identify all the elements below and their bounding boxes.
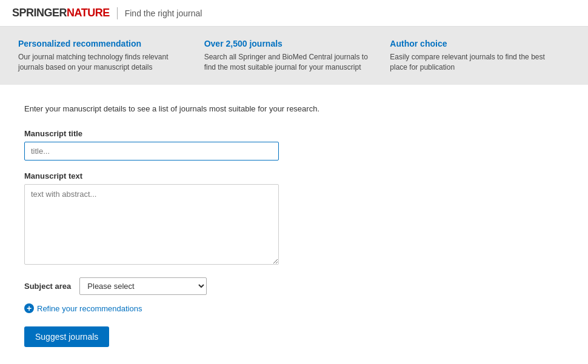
manuscript-title-input[interactable]: [24, 142, 279, 160]
feature-bar: Personalized recommendation Our journal …: [0, 27, 588, 85]
feature-journals-title: Over 2,500 journals: [204, 39, 378, 48]
logo-springer: SPRINGER: [12, 7, 67, 19]
refine-recommendations-label: Refine your recommendations: [37, 304, 142, 313]
main-content: Enter your manuscript details to see a l…: [0, 85, 424, 364]
manuscript-title-group: Manuscript title: [24, 129, 412, 160]
feature-author-title: Author choice: [390, 39, 564, 48]
intro-text: Enter your manuscript details to see a l…: [24, 103, 412, 115]
logo-nature: NATURE: [67, 7, 110, 19]
feature-author-desc: Easily compare relevant journals to find…: [390, 52, 564, 73]
manuscript-text-input[interactable]: [24, 184, 279, 265]
manuscript-text-group: Manuscript text: [24, 171, 412, 266]
plus-icon: +: [24, 303, 34, 313]
header-divider: [117, 7, 118, 19]
logo: SPRINGERNATURE: [12, 7, 110, 19]
feature-personalized: Personalized recommendation Our journal …: [12, 39, 204, 73]
subject-area-select[interactable]: Please select Biomedical Sciences Chemis…: [79, 277, 207, 295]
header: SPRINGERNATURE Find the right journal: [0, 0, 588, 27]
feature-personalized-title: Personalized recommendation: [18, 39, 192, 48]
subject-area-label: Subject area: [24, 282, 71, 291]
manuscript-title-label: Manuscript title: [24, 129, 412, 138]
feature-author: Author choice Easily compare relevant jo…: [390, 39, 576, 73]
header-tagline: Find the right journal: [125, 8, 202, 18]
feature-journals: Over 2,500 journals Search all Springer …: [204, 39, 390, 73]
feature-personalized-desc: Our journal matching technology finds re…: [18, 52, 192, 73]
feature-journals-desc: Search all Springer and BioMed Central j…: [204, 52, 378, 73]
manuscript-text-label: Manuscript text: [24, 171, 412, 180]
refine-recommendations-link[interactable]: + Refine your recommendations: [24, 303, 412, 313]
suggest-journals-button[interactable]: Suggest journals: [24, 326, 109, 347]
subject-area-row: Subject area Please select Biomedical Sc…: [24, 277, 412, 295]
